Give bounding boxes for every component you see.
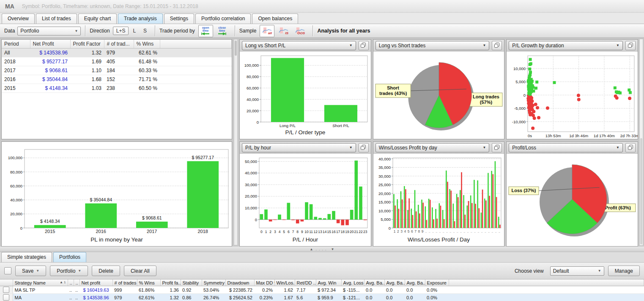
scrollbar-thumb[interactable] [235,41,237,56]
period-row-2018[interactable]: 2018$ 95277.171.6940561.48 % [2,57,232,66]
tab-trade-analysis[interactable]: Trade analysis [118,14,163,24]
manage-button[interactable]: Manage [608,266,640,276]
period-row-2016[interactable]: 2016$ 35044.841.6815271.71 % [2,75,232,84]
svg-text:1: 1 [393,229,395,233]
row-checkbox[interactable] [3,287,9,293]
clear-all-button[interactable]: Clear All [124,266,156,276]
tab-list-of-trades[interactable]: List of trades [36,14,77,24]
period-row-2017[interactable]: 2017$ 9068.611.1018460.33 % [2,66,232,75]
direction-l-s[interactable]: L+S [113,27,129,35]
column-header-of-trades[interactable]: # of trades [112,279,137,286]
splitter-collapse-up-icon[interactable]: ▲ [310,247,313,251]
select-all-checkbox[interactable] [4,267,11,274]
column-header-profit-fa[interactable]: Profit fa... [160,279,181,286]
tab-overview[interactable]: Overview [2,14,35,24]
column-header-profit-factor[interactable]: Profit Factor [70,40,104,49]
cell: 1.03 [70,84,104,93]
sample-oos-button[interactable]: OOS [293,25,307,37]
column-header-net-profit[interactable]: Net Profit [30,40,70,49]
copy-chart-button[interactable] [492,41,502,50]
portfolio-button[interactable]: Portfolio▼ [50,266,88,276]
data-select[interactable]: Portfolio ▼ [17,27,81,35]
svg-text:2017: 2017 [147,229,157,234]
copy-chart-button[interactable] [359,41,369,50]
row-checkbox[interactable] [3,294,9,301]
cell: 1.32 [70,49,104,57]
vertical-scrollbar[interactable] [234,39,238,245]
chart-selector[interactable]: P/L by hour▼ [242,143,356,152]
chart-selector[interactable]: P/L Growth by duration▼ [509,41,623,50]
analysis-toolbar: Data Portfolio ▼ Direction L+SLS Trade p… [0,24,644,38]
column-header-drawdown[interactable]: Drawdown [225,279,254,286]
splitter-collapse-down-icon[interactable]: ▼ [331,247,334,251]
column-header-win-los[interactable]: Win/Los... [274,279,295,286]
bottom-tab-portfolios[interactable]: Portfolios [53,252,86,262]
column-header-wins[interactable]: % Wins [137,279,160,286]
column-header-period[interactable]: Period [2,40,30,49]
chart-selector[interactable]: Wins/Losses Profit by day▼ [375,143,490,152]
copy-chart-button[interactable] [625,143,636,152]
svg-text:100,000: 100,000 [244,63,259,68]
svg-text:20,000: 20,000 [10,212,22,216]
bottom-tab-simple-strategies[interactable]: Simple strategies [1,252,52,262]
column-header-of-trad[interactable]: # of trad... [104,40,134,49]
column-header-truncated[interactable]: .. [68,279,74,286]
column-header-avg-loss[interactable]: Avg. Loss [341,279,364,286]
cell: 2017 [2,66,30,75]
close-time-button[interactable]: closetime [215,25,230,37]
save-button[interactable]: Save▼ [15,266,46,276]
copy-chart-button[interactable] [359,143,369,152]
chart-panel: Profit/Loss▼ Profit (63%)Loss (37%) [506,141,638,247]
column-header-max-dd[interactable]: Max DD % [254,279,274,286]
chart-selector[interactable]: Long vs Short P/L▼ [242,41,356,50]
splitter-grip[interactable]: .... [315,247,328,251]
tab-settings[interactable]: Settings [164,14,194,24]
open-time-button[interactable]: opentime [198,25,213,37]
strategy-row-ma-sl-tp[interactable]: MA SL TP....$ 160419.6399961.86%1.360.92… [0,286,644,294]
tab-portfolio-correlation[interactable]: Portfolio correlation [195,14,251,24]
cell: 0.92 [181,286,202,294]
column-header-net-profit[interactable]: Net profit [79,279,112,286]
period-row-all[interactable]: All$ 143538.961.3297962.61 % [2,49,232,57]
scrollbar-thumb[interactable] [640,138,642,244]
svg-text:..: .. [449,230,451,233]
svg-text:(57%): (57%) [480,100,492,105]
tab-equity-chart[interactable]: Equity chart [78,14,117,24]
view-select[interactable]: Default ▼ [550,266,604,276]
cell: 1.67 [274,294,295,301]
cell: 0.0 [384,286,405,294]
strategy-row-ma[interactable]: MA....$ 143538.9697962.61%1.320.8626.74%… [0,294,644,301]
column-header-truncated[interactable]: .. [74,279,79,286]
column-header-avg-ba[interactable]: Avg. Ba... [364,279,384,286]
chart-selector[interactable]: Profit/Loss▼ [509,143,623,152]
column-header-avg-ba[interactable]: Avg. Ba... [384,279,405,286]
long-vs-short-pl-chart: 020,00040,00060,00080,000100,000Long P/L… [240,52,371,129]
column-header-avg-ba[interactable]: Avg. Ba... [405,279,425,286]
cell: 0.0% [425,286,449,294]
period-row-2015[interactable]: 2015$ 4148.341.0323860.50 % [2,84,232,93]
column-header-wins[interactable]: % Wins [134,40,160,49]
column-header-avg-win[interactable]: Avg. Win [316,279,341,286]
column-header-ret-dd[interactable]: Ret/DD ... [295,279,316,286]
direction-l[interactable]: L [129,27,139,35]
column-header-exposure[interactable]: Exposure [425,279,449,286]
svg-text:40,000: 40,000 [247,97,259,102]
copy-chart-button[interactable] [625,41,636,50]
vertical-scrollbar-right[interactable] [640,39,643,245]
svg-text:40,000: 40,000 [378,157,391,161]
column-header-stability[interactable]: Stability [181,279,202,286]
copy-chart-button[interactable] [492,143,502,152]
cell: 61.48 % [134,57,160,66]
chart-panel: Long vs Short P/L▼ 020,00040,00060,00080… [239,39,371,139]
column-header-symmetry[interactable]: Symmetry [202,279,225,286]
bottom-tab-bar: Simple strategiesPortfolios [0,252,644,263]
chart-selector[interactable]: Long vs Short trades▼ [375,41,490,50]
delete-button[interactable]: Delete [92,266,120,276]
column-header-strategy-name[interactable]: Strategy Name▲ 1 [13,279,68,286]
sample-is-button[interactable]: IS [276,25,291,37]
sample-all-button[interactable]: all [260,25,274,37]
svg-text:..: .. [428,230,430,233]
tab-open-balances[interactable]: Open balances [252,14,298,24]
direction-s[interactable]: S [140,27,150,35]
panel-splitter[interactable]: ▲ .... ▼ [0,247,644,252]
